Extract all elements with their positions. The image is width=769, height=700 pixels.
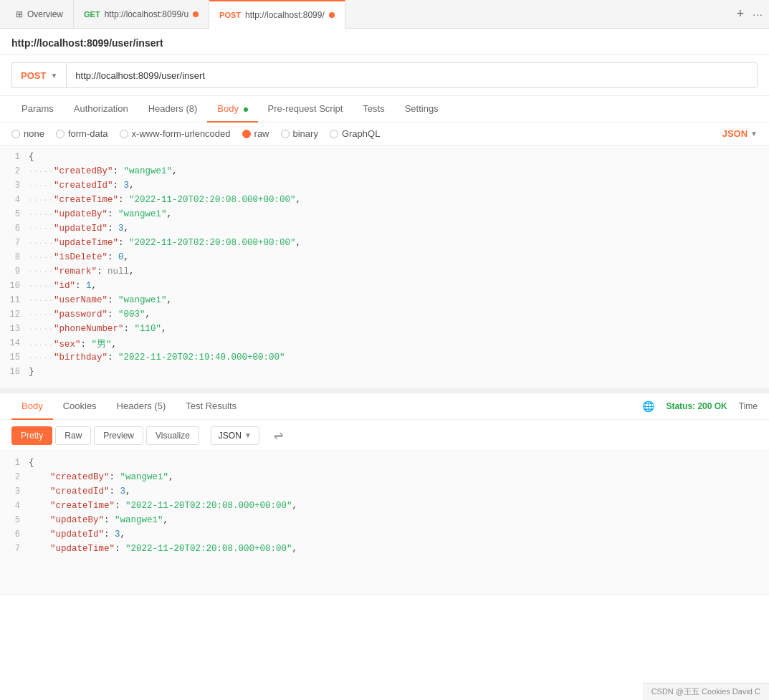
tab-overview[interactable]: ⊞ Overview	[6, 0, 74, 29]
req-line-11: 11 ·····"userName": "wangwei",	[0, 294, 769, 309]
tab-post-url: http://localhost:8099/	[245, 10, 325, 20]
tab-get[interactable]: GET http://localhost:8099/u	[74, 0, 209, 29]
response-body-editor[interactable]: 1 { 2 "createdBy": "wangwei", 3 "created…	[0, 451, 769, 595]
tab-get-dot	[193, 11, 199, 17]
req-line-10: 10 ·····"id": 1,	[0, 280, 769, 294]
url-title-bar: http://localhost:8099/user/insert	[0, 29, 769, 55]
radio-raw	[242, 130, 251, 138]
tab-tests[interactable]: Tests	[353, 96, 394, 123]
radio-graphql	[330, 130, 338, 138]
option-urlencoded[interactable]: x-www-form-urlencoded	[120, 128, 231, 139]
response-tabs: Body Cookies Headers (5) Test Results 🌐 …	[0, 393, 769, 420]
tab-body[interactable]: Body	[207, 96, 257, 123]
tab-post[interactable]: POST http://localhost:8099/	[209, 0, 345, 29]
request-bar: POST ▼	[0, 55, 769, 96]
option-binary[interactable]: binary	[281, 128, 318, 139]
resp-tab-body[interactable]: Body	[11, 393, 53, 420]
globe-icon: 🌐	[642, 401, 654, 412]
option-form-data[interactable]: form-data	[56, 128, 108, 139]
option-graphql[interactable]: GraphQL	[330, 128, 380, 139]
add-tab-button[interactable]: +	[737, 6, 745, 21]
req-line-13: 13 ·····"phoneNumber": "110",	[0, 323, 769, 337]
req-line-12: 12 ·····"password": "003",	[0, 309, 769, 323]
option-none[interactable]: none	[11, 128, 44, 139]
radio-none	[11, 130, 20, 138]
tab-settings[interactable]: Settings	[395, 96, 449, 123]
tab-get-method: GET	[84, 10, 100, 19]
tab-params[interactable]: Params	[11, 96, 64, 123]
req-line-15: 15 ·····"birthday": "2022-11-20T02:19:40…	[0, 352, 769, 366]
resp-line-2: 2 "createdBy": "wangwei",	[0, 471, 769, 486]
json-type-dropdown[interactable]: JSON ▼	[722, 128, 758, 139]
tab-authorization[interactable]: Authorization	[64, 96, 138, 123]
body-options: none form-data x-www-form-urlencoded raw…	[0, 123, 769, 145]
method-label: POST	[21, 70, 46, 81]
more-tabs-button[interactable]: ···	[753, 9, 763, 20]
tab-headers[interactable]: Headers (8)	[138, 96, 208, 123]
resp-tab-test-results[interactable]: Test Results	[176, 393, 247, 420]
resp-line-6: 6 "updateId": 3,	[0, 529, 769, 543]
overview-icon: ⊞	[16, 9, 23, 19]
req-line-4: 4 ·····"createTime": "2022-11-20T02:20:0…	[0, 194, 769, 208]
url-input[interactable]	[66, 62, 758, 88]
tab-actions: + ···	[737, 6, 763, 21]
tab-get-url: http://localhost:8099/u	[105, 9, 188, 19]
format-preview[interactable]: Preview	[94, 426, 143, 445]
response-json-label: JSON	[219, 431, 242, 441]
resp-tab-headers[interactable]: Headers (5)	[107, 393, 176, 420]
format-visualize[interactable]: Visualize	[146, 426, 199, 445]
req-line-6: 6 ·····"updateId": 3,	[0, 223, 769, 237]
method-dropdown[interactable]: POST ▼	[11, 62, 66, 88]
status-badge: Status: 200 OK	[666, 401, 727, 411]
radio-urlencoded	[120, 130, 128, 138]
overview-label: Overview	[27, 9, 63, 19]
req-line-2: 2 ·····"createdBy": "wangwei",	[0, 166, 769, 180]
req-line-1: 1 {	[0, 151, 769, 166]
req-line-7: 7 ·····"updateTime": "2022-11-20T02:20:0…	[0, 237, 769, 251]
resp-line-3: 3 "createdId": 3,	[0, 486, 769, 500]
tab-post-method: POST	[219, 11, 241, 19]
response-status-area: 🌐 Status: 200 OK Time	[642, 401, 758, 412]
req-line-14: 14 ·····"sex": "男",	[0, 337, 769, 352]
body-active-dot	[244, 107, 248, 112]
page-title: http://localhost:8099/user/insert	[11, 37, 163, 49]
resp-line-1: 1 {	[0, 457, 769, 471]
request-body-editor[interactable]: 1 { 2 ·····"createdBy": "wangwei", 3 ···…	[0, 145, 769, 389]
tab-post-dot	[329, 12, 335, 18]
response-format-bar: Pretty Raw Preview Visualize JSON ▼ ⇌	[0, 420, 769, 451]
response-json-dropdown[interactable]: JSON ▼	[211, 426, 259, 445]
response-time: Time	[739, 401, 758, 411]
req-line-8: 8 ·····"isDelete": 0,	[0, 251, 769, 266]
resp-line-7: 7 "updateTime": "2022-11-20T02:20:08.000…	[0, 543, 769, 557]
wrap-button[interactable]: ⇌	[268, 426, 289, 445]
req-line-16: 16 }	[0, 366, 769, 380]
req-line-5: 5 ·····"updateBy": "wangwei",	[0, 208, 769, 223]
nav-tabs: Params Authorization Headers (8) Body Pr…	[0, 96, 769, 123]
tab-bar: ⊞ Overview GET http://localhost:8099/u P…	[0, 0, 769, 29]
radio-form-data	[56, 130, 65, 138]
json-type-label: JSON	[722, 128, 747, 139]
format-pretty[interactable]: Pretty	[11, 426, 52, 445]
resp-tab-cookies[interactable]: Cookies	[53, 393, 107, 420]
req-line-3: 3 ·····"createdId": 3,	[0, 180, 769, 194]
req-line-9: 9 ·····"remark": null,	[0, 266, 769, 280]
radio-binary	[281, 130, 290, 138]
option-raw[interactable]: raw	[242, 128, 269, 139]
chevron-down-icon: ▼	[50, 72, 57, 80]
resp-json-chevron-icon: ▼	[244, 431, 252, 439]
tab-pre-request[interactable]: Pre-request Script	[258, 96, 353, 123]
json-chevron-icon: ▼	[750, 130, 758, 138]
format-raw[interactable]: Raw	[55, 426, 91, 445]
resp-line-5: 5 "updateBy": "wangwei",	[0, 514, 769, 529]
resp-line-4: 4 "createTime": "2022-11-20T02:20:08.000…	[0, 500, 769, 514]
